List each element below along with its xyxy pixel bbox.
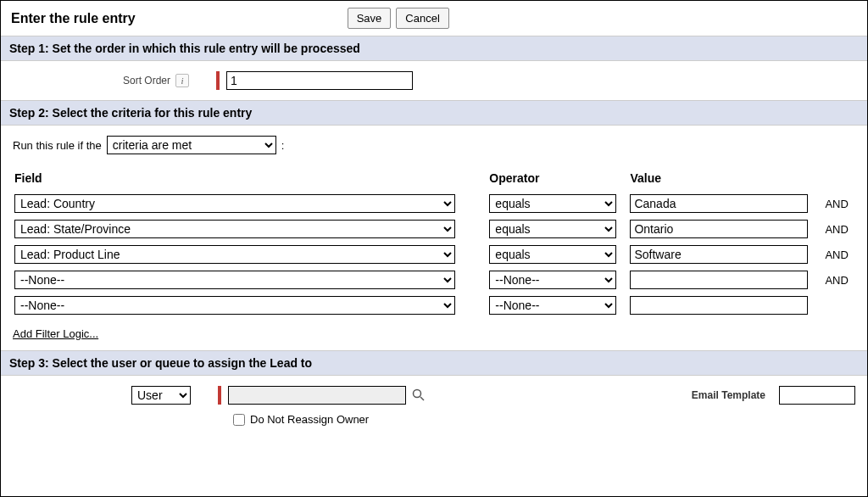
save-button[interactable]: Save — [348, 8, 392, 29]
form-header: Enter the rule entry Save Cancel — [1, 1, 867, 36]
and-label — [825, 293, 854, 317]
run-if-prefix: Run this rule if the — [13, 139, 102, 152]
criteria-row: Lead: Product Line equals AND — [14, 243, 854, 266]
criteria-row: Lead: Country equals AND — [14, 192, 854, 215]
sort-order-row: Sort Order i — [13, 71, 855, 90]
and-label: AND — [825, 217, 854, 241]
operator-select[interactable]: equals — [489, 245, 616, 264]
step3-body: User Email Template Do Not Reassign Owne… — [1, 376, 867, 436]
svg-line-1 — [420, 397, 424, 400]
value-input[interactable] — [630, 245, 808, 264]
email-template-input[interactable] — [779, 386, 855, 405]
and-label: AND — [825, 268, 854, 292]
required-indicator — [216, 71, 220, 90]
do-not-reassign-label: Do Not Reassign Owner — [250, 413, 369, 426]
rule-entry-form: Enter the rule entry Save Cancel Step 1:… — [0, 0, 868, 497]
field-select[interactable]: Lead: Country — [14, 194, 455, 213]
field-select[interactable]: --None-- — [14, 271, 455, 289]
run-rule-row: Run this rule if the criteria are met : — [13, 136, 855, 154]
field-select[interactable]: --None-- — [14, 296, 455, 315]
criteria-table: Field Operator Value Lead: Country equal… — [13, 166, 855, 319]
criteria-row: Lead: State/Province equals AND — [14, 217, 854, 241]
criteria-mode-select[interactable]: criteria are met — [107, 136, 276, 154]
value-input[interactable] — [630, 220, 808, 238]
field-select[interactable]: Lead: State/Province — [14, 220, 455, 238]
reassign-row: Do Not Reassign Owner — [13, 413, 855, 426]
value-input[interactable] — [630, 194, 808, 213]
lookup-icon[interactable] — [411, 388, 426, 403]
operator-select[interactable]: equals — [489, 220, 616, 238]
page-title: Enter the rule entry — [11, 11, 136, 26]
required-indicator — [218, 386, 221, 405]
header-buttons: Save Cancel — [348, 8, 449, 29]
assign-row: User Email Template — [13, 386, 855, 405]
step3-header: Step 3: Select the user or queue to assi… — [1, 350, 867, 376]
step1-body: Sort Order i — [1, 61, 867, 100]
email-template-label: Email Template — [692, 389, 765, 401]
assign-type-select[interactable]: User — [131, 386, 191, 405]
do-not-reassign-checkbox[interactable] — [233, 414, 245, 426]
and-label: AND — [825, 243, 854, 266]
value-input[interactable] — [630, 271, 808, 289]
operator-select[interactable]: --None-- — [489, 271, 616, 289]
svg-point-0 — [414, 390, 421, 398]
criteria-row: --None-- --None-- AND — [14, 268, 854, 292]
field-select[interactable]: Lead: Product Line — [14, 245, 455, 264]
step1-header: Step 1: Set the order in which this rule… — [1, 36, 867, 61]
criteria-row: --None-- --None-- — [14, 293, 854, 317]
add-filter-logic-link[interactable]: Add Filter Logic... — [13, 327, 98, 340]
step2-body: Run this rule if the criteria are met : … — [1, 126, 867, 350]
and-label: AND — [825, 192, 854, 215]
cancel-button[interactable]: Cancel — [396, 8, 448, 29]
info-icon[interactable]: i — [175, 74, 189, 87]
step2-header: Step 2: Select the criteria for this rul… — [1, 100, 867, 126]
col-field: Field — [14, 168, 487, 190]
operator-select[interactable]: --None-- — [489, 296, 616, 315]
run-if-suffix: : — [281, 139, 285, 152]
col-value: Value — [630, 168, 823, 190]
col-operator: Operator — [489, 168, 628, 190]
operator-select[interactable]: equals — [489, 194, 616, 213]
sort-order-input[interactable] — [226, 71, 413, 90]
sort-order-label: Sort Order — [123, 75, 170, 87]
value-input[interactable] — [630, 296, 808, 315]
assign-user-input[interactable] — [228, 386, 406, 405]
